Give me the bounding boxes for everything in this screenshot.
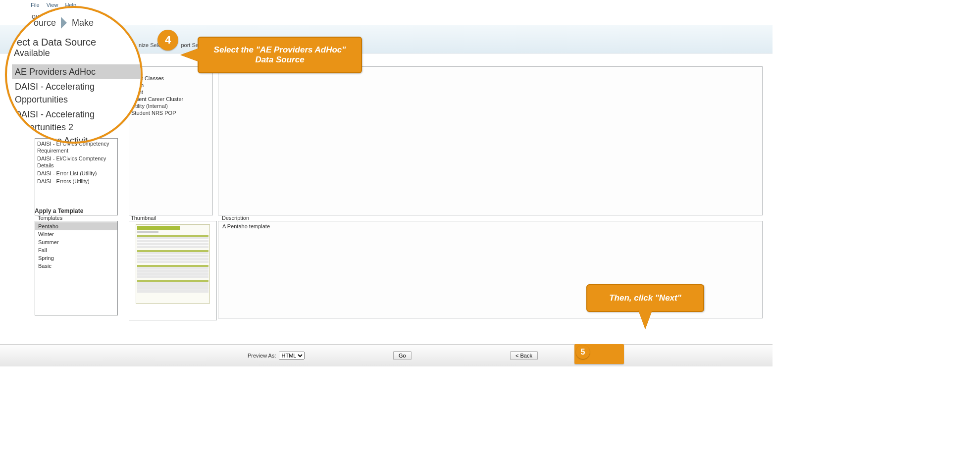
template-item[interactable]: Winter [35,230,117,238]
preview-as-label: Preview As: [248,353,276,359]
details-item[interactable]: gram [130,82,211,89]
details-item[interactable]: ident [130,89,211,96]
template-item[interactable]: Spring [35,254,117,262]
description-label: Description [222,215,249,221]
callout-tail-icon [638,310,652,329]
back-button[interactable]: < Back [510,351,538,360]
step-4-badge: 4 [157,30,178,51]
menu-view[interactable]: View [47,2,58,8]
available-item[interactable]: DAISI - Error List (Utility) [35,169,117,177]
available-listbox[interactable]: DAISI - El Civics Competency Requirement… [35,138,118,215]
mag-crumb-make: Make [72,18,94,28]
template-item[interactable]: Summer [35,238,117,246]
preview-as-select[interactable]: HTML [279,352,305,360]
template-item[interactable]: Pentaho [35,222,117,230]
templates-listbox[interactable]: Pentaho Winter Summer Fall Spring Basic [35,221,118,315]
templates-label: Templates [38,215,62,221]
callout-step-4-text: Select the "AE Providers AdHoc" Data Sou… [206,45,354,65]
menu-file[interactable]: File [31,2,40,8]
step-5-badge: 5 [576,345,590,359]
callout-step-5: Then, click "Next" [586,284,704,312]
callout-step-5-text: Then, click "Next" [609,293,681,303]
mag-item-ae-providers[interactable]: AE Providers AdHoc [12,64,141,79]
mag-crumb-source: ource [34,18,56,28]
magnifier-zoom: ource Make ect a Data Source Available A… [5,6,143,144]
details-listbox[interactable]: ils oc ident Classes gram ident tudent C… [129,66,213,215]
template-thumbnail-icon [136,224,210,304]
thumbnail-label: Thumbnail [131,215,156,221]
thumbnail-panel [129,221,217,320]
mag-heading: ect a Data Source [17,37,141,48]
mag-subheading: Available [14,48,141,58]
go-button[interactable]: Go [393,351,412,360]
available-item[interactable]: DAISI - El/Civics Comptency Details [35,155,117,169]
footer-bar: Preview As: HTML Go < Back Next > [0,344,773,366]
callout-step-4: Select the "AE Providers AdHoc" Data Sou… [198,37,362,73]
chevron-right-icon [61,17,67,29]
template-item[interactable]: Basic [35,262,117,270]
description-text: A Pentaho template [222,223,270,229]
apply-template-heading: Apply a Template [35,207,83,214]
upper-description-panel [218,66,763,215]
callout-tail-icon [181,48,200,62]
details-item[interactable]: Student NRS POP [130,109,211,116]
template-item[interactable]: Fall [35,246,117,254]
details-item[interactable]: tudent Career Cluster [130,96,211,103]
available-item[interactable]: DAISI - Errors (Utility) [35,177,117,185]
mag-item-daisi-1[interactable]: DAISI - Accelerating Opportunities [12,79,141,107]
details-item[interactable]: Utility (Internal) [130,103,211,109]
